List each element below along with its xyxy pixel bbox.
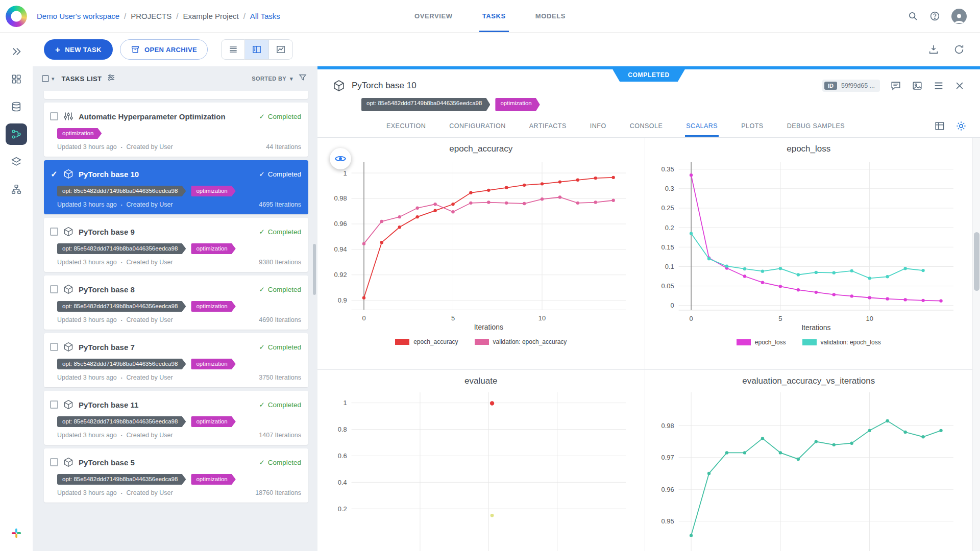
tab-scalars[interactable]: SCALARS <box>685 115 719 137</box>
task-card[interactable]: PyTorch base 7 ✓ Completed opt: 85e5482d… <box>44 333 308 387</box>
dot-separator: • <box>121 203 122 207</box>
auto-refresh-icon[interactable] <box>953 44 965 55</box>
breadcrumb-workspace[interactable]: Demo User's workspace <box>37 12 119 20</box>
task-checkbox[interactable] <box>50 285 58 293</box>
user-avatar[interactable] <box>951 9 967 24</box>
opt-tag[interactable]: opt: 85e5482ddd7149b8ba0446356eedca98 <box>361 98 490 111</box>
select-all-checkbox[interactable]: ▾ <box>41 74 55 83</box>
download-icon[interactable] <box>928 44 939 55</box>
svg-text:1: 1 <box>343 169 347 177</box>
task-card[interactable]: PyTorch base 11 ✓ Completed opt: 85e5482… <box>44 391 308 445</box>
tab-execution[interactable]: EXECUTION <box>385 115 427 137</box>
workers-icon[interactable] <box>6 179 27 200</box>
task-checkbox[interactable] <box>50 400 58 409</box>
detail-scrollbar-thumb[interactable] <box>974 232 979 291</box>
sidebar-expand-icon[interactable] <box>6 41 27 62</box>
task-updated: Updated 3 hours ago <box>57 432 117 439</box>
tab-overview[interactable]: OVERVIEW <box>401 0 466 32</box>
cutoff-task-card[interactable] <box>44 91 308 99</box>
task-id-pill[interactable]: ID 59f99d65 ... <box>822 80 880 92</box>
column-settings-icon[interactable] <box>107 73 116 84</box>
pytorch-task-icon <box>63 169 74 179</box>
tab-plots[interactable]: PLOTS <box>740 115 765 137</box>
optimization-tag[interactable]: optimization <box>191 301 235 312</box>
tab-info[interactable]: INFO <box>589 115 607 137</box>
metrics-table-icon[interactable] <box>934 120 945 132</box>
tab-artifacts[interactable]: ARTIFACTS <box>528 115 568 137</box>
task-checkbox[interactable] <box>50 228 58 236</box>
detail-scrollbar-track[interactable] <box>972 138 980 551</box>
close-icon[interactable] <box>954 81 965 91</box>
opt-tag[interactable]: opt: 85e5482ddd7149b8ba0446356eedca98 <box>57 416 186 427</box>
epoch-loss-chart[interactable]: 00.050.10.150.20.250.30.350510Iterations <box>651 155 966 334</box>
new-task-button[interactable]: + NEW TASK <box>44 39 113 60</box>
comment-icon[interactable] <box>890 80 901 91</box>
clearml-logo[interactable] <box>0 6 33 27</box>
sorted-by-dropdown[interactable]: SORTED BY ▾ <box>252 76 293 82</box>
task-status-label: Completed <box>268 170 301 178</box>
top-header: Demo User's workspace / PROJECTS / Examp… <box>0 0 980 33</box>
open-archive-button[interactable]: OPEN ARCHIVE <box>120 39 208 60</box>
help-icon[interactable] <box>929 11 940 21</box>
epoch-accuracy-chart[interactable]: 0.90.920.940.960.9810510Iterations <box>324 155 638 333</box>
tab-debug-samples[interactable]: DEBUG SAMPLES <box>786 115 846 137</box>
task-name: PyTorch base 9 <box>79 228 135 236</box>
datasets-icon[interactable] <box>6 96 27 117</box>
chart-view-button[interactable] <box>269 39 293 60</box>
legend-item[interactable]: epoch_loss <box>737 339 786 346</box>
task-status: ✓ Completed <box>259 400 301 409</box>
task-card[interactable]: ✓ PyTorch base 10 ✓ Completed opt: 85e54… <box>44 160 308 214</box>
image-icon[interactable] <box>912 80 923 91</box>
breadcrumb-project[interactable]: Example Project <box>183 12 238 20</box>
optimization-tag[interactable]: optimization <box>57 128 102 139</box>
tasks-scrollbar-thumb[interactable] <box>313 244 316 295</box>
task-card[interactable]: PyTorch base 5 ✓ Completed opt: 85e5482d… <box>44 448 308 503</box>
task-checkbox[interactable] <box>50 458 58 466</box>
detail-header-left: PyTorch base 10 <box>333 80 416 92</box>
task-selected-check-icon[interactable]: ✓ <box>50 169 58 179</box>
pytorch-task-icon <box>63 457 74 467</box>
optimization-tag[interactable]: optimization <box>495 98 540 111</box>
id-value: 59f99d65 ... <box>841 82 875 89</box>
legend-item[interactable]: epoch_accuracy <box>395 338 458 345</box>
hide-plots-eye-button[interactable] <box>330 148 351 169</box>
filter-icon[interactable] <box>298 73 307 84</box>
slack-icon[interactable] <box>11 528 22 541</box>
opt-tag[interactable]: opt: 85e5482ddd7149b8ba0446356eedca98 <box>57 474 186 485</box>
settings-gear-icon[interactable] <box>955 120 967 132</box>
optimization-tag[interactable]: optimization <box>191 359 235 369</box>
task-tags: opt: 85e5482ddd7149b8ba0446356eedca98 op… <box>57 474 301 485</box>
task-status-label: Completed <box>268 459 301 466</box>
opt-tag[interactable]: opt: 85e5482ddd7149b8ba0446356eedca98 <box>57 301 186 312</box>
search-icon[interactable] <box>908 11 918 21</box>
task-checkbox[interactable] <box>50 112 58 120</box>
opt-tag[interactable]: opt: 85e5482ddd7149b8ba0446356eedca98 <box>57 243 186 254</box>
tab-console[interactable]: CONSOLE <box>629 115 664 137</box>
tab-models[interactable]: MODELS <box>522 0 579 32</box>
legend-item[interactable]: validation: epoch_loss <box>802 339 881 346</box>
tab-tasks[interactable]: TASKS <box>469 0 519 32</box>
optimization-tag[interactable]: optimization <box>191 474 235 485</box>
task-card[interactable]: Automatic Hyperparameter Optimization ✓ … <box>44 103 308 157</box>
opt-tag[interactable]: opt: 85e5482ddd7149b8ba0446356eedca98 <box>57 359 186 369</box>
pipelines-icon[interactable] <box>6 123 27 145</box>
breadcrumb-all-tasks[interactable]: All Tasks <box>250 12 280 20</box>
optimization-tag[interactable]: optimization <box>191 416 235 427</box>
evaluation-accuracy-chart[interactable]: 0.950.960.970.98 <box>651 387 966 551</box>
projects-icon[interactable] <box>6 68 27 90</box>
table-view-button[interactable] <box>221 39 245 60</box>
task-card[interactable]: PyTorch base 8 ✓ Completed opt: 85e5482d… <box>44 276 308 330</box>
task-checkbox[interactable] <box>50 343 58 351</box>
breadcrumb-projects[interactable]: PROJECTS <box>131 12 172 20</box>
reports-icon[interactable] <box>6 151 27 172</box>
menu-icon[interactable] <box>933 80 944 91</box>
dot-separator: • <box>121 491 122 495</box>
split-view-button[interactable] <box>245 39 269 60</box>
opt-tag[interactable]: opt: 85e5482ddd7149b8ba0446356eedca98 <box>57 186 186 196</box>
evaluate-chart[interactable]: 0.20.40.60.81 <box>324 387 638 551</box>
optimization-tag[interactable]: optimization <box>191 186 235 196</box>
tab-configuration[interactable]: CONFIGURATION <box>448 115 506 137</box>
task-card[interactable]: PyTorch base 9 ✓ Completed opt: 85e5482d… <box>44 218 308 272</box>
optimization-tag[interactable]: optimization <box>191 243 235 254</box>
legend-item[interactable]: validation: epoch_accuracy <box>475 338 567 345</box>
